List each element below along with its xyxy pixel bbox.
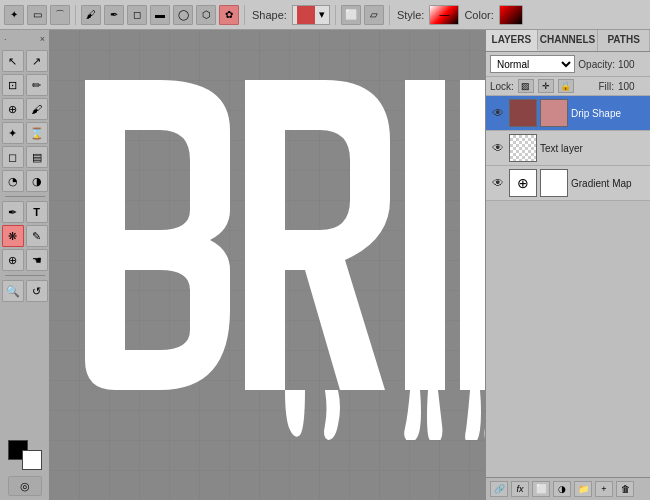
rotate-tool[interactable]: ↺ (26, 280, 48, 302)
fx-icon[interactable]: fx (511, 481, 529, 497)
eyedropper-tool[interactable]: ✏ (26, 74, 48, 96)
new-layer-icon[interactable]: + (595, 481, 613, 497)
tool-row-8: ❋ ✎ (2, 225, 48, 247)
stamp-icon[interactable]: ✒ (104, 5, 124, 25)
layer-thumb-text (509, 134, 537, 162)
sep4 (389, 5, 390, 25)
history-tool[interactable]: ⌛ (26, 122, 48, 144)
shape-dropdown[interactable]: ▾ (292, 5, 330, 25)
group-icon[interactable]: 📁 (574, 481, 592, 497)
delete-layer-icon[interactable]: 🗑 (616, 481, 634, 497)
hand-tool[interactable]: ☚ (26, 249, 48, 271)
blend-mode-select[interactable]: Normal (490, 55, 575, 73)
layer-row-text[interactable]: 👁 Text layer (486, 131, 650, 166)
layer-thumb-gradient-icon: ⊕ (509, 169, 537, 197)
mask-icon[interactable]: ⬜ (532, 481, 550, 497)
opacity-value: 100 (618, 59, 646, 70)
panel-bottom-bar: 🔗 fx ⬜ ◑ 📁 + 🗑 (486, 477, 650, 500)
top-toolbar: ✦ ▭ ⌒ 🖌 ✒ ◻ ▬ ◯ ⬡ ✿ Shape: ▾ ⬜ ▱ Style: … (0, 0, 650, 30)
shape-label: Shape: (252, 9, 287, 21)
link-icon[interactable]: 🔗 (490, 481, 508, 497)
toolbar-close[interactable]: × (40, 34, 45, 44)
tool-row-7: ✒ T (2, 201, 48, 223)
select-rect-icon[interactable]: ▭ (27, 5, 47, 25)
clone-tool[interactable]: ✦ (2, 122, 24, 144)
eye-icon-text[interactable]: 👁 (490, 140, 506, 156)
tool-row-3: ⊕ 🖌 (2, 98, 48, 120)
shape-tool-active[interactable]: ❋ (2, 225, 24, 247)
lasso-icon[interactable]: ⌒ (50, 5, 70, 25)
tool-row-5: ◻ ▤ (2, 146, 48, 168)
gradient-tool[interactable]: ▤ (26, 146, 48, 168)
text-thumb-content (510, 135, 536, 161)
lock-label: Lock: (490, 81, 514, 92)
style-label: Style: (397, 9, 425, 21)
shape-hex-icon[interactable]: ⬡ (196, 5, 216, 25)
sep3 (335, 5, 336, 25)
eraser-icon[interactable]: ◻ (127, 5, 147, 25)
eye-icon-gradient[interactable]: 👁 (490, 175, 506, 191)
tab-paths[interactable]: PATHS (598, 30, 650, 51)
lock-row: Lock: ▨ ✛ 🔒 Fill: 100 (486, 77, 650, 96)
shape-preview (297, 6, 315, 24)
zoom-in-tool[interactable]: 🔍 (2, 280, 24, 302)
tool-sep-2 (5, 275, 45, 276)
dodge-tool[interactable]: ◑ (26, 170, 48, 192)
color-preview[interactable] (499, 5, 523, 25)
direct-select-tool[interactable]: ↗ (26, 50, 48, 72)
lock-all-icon[interactable]: 🔒 (558, 79, 574, 93)
heal-tool[interactable]: ⊕ (2, 98, 24, 120)
background-color[interactable] (22, 450, 42, 470)
gradient-thumb-content (541, 170, 567, 196)
move-tool-icon[interactable]: ✦ (4, 5, 24, 25)
layer-mask-drip (540, 99, 568, 127)
tool-row-2: ⊡ ✏ (2, 74, 48, 96)
shape-ellipse-icon[interactable]: ◯ (173, 5, 193, 25)
tool-row-10: 🔍 ↺ (2, 280, 48, 302)
canvas-area (50, 30, 485, 500)
lock-pixels-icon[interactable]: ▨ (518, 79, 534, 93)
lock-position-icon[interactable]: ✛ (538, 79, 554, 93)
path-icon2[interactable]: ▱ (364, 5, 384, 25)
tab-channels[interactable]: CHANNELS (538, 30, 599, 51)
drip-shape-label: Drip Shape (571, 108, 646, 119)
eraser-tool[interactable]: ◻ (2, 146, 24, 168)
gradient-map-label: Gradient Map (571, 178, 646, 189)
quick-mask-icon[interactable]: ◎ (8, 476, 42, 496)
shape-rect-icon[interactable]: ▬ (150, 5, 170, 25)
adjustment-icon[interactable]: ◑ (553, 481, 571, 497)
tool-row-9: ⊕ ☚ (2, 249, 48, 271)
color-swatches (8, 440, 42, 470)
path-icon1[interactable]: ⬜ (341, 5, 361, 25)
crop-tool[interactable]: ⊡ (2, 74, 24, 96)
tool-row-1: ↖ ↗ (2, 50, 48, 72)
shape-custom-icon[interactable]: ✿ (219, 5, 239, 25)
blend-mode-row: Normal Opacity: 100 (486, 52, 650, 77)
text-layer-label: Text layer (540, 143, 646, 154)
sep2 (244, 5, 245, 25)
drip-canvas-svg (70, 50, 485, 440)
tool-sep-1 (5, 196, 45, 197)
drip-thumb-content (510, 100, 536, 126)
shape-dropdown-arrow: ▾ (319, 8, 325, 21)
layer-row-drip-shape[interactable]: 👁 Drip Shape (486, 96, 650, 131)
brush-icon[interactable]: 🖌 (81, 5, 101, 25)
notes-tool[interactable]: ✎ (26, 225, 48, 247)
color-label: Color: (464, 9, 493, 21)
left-toolbar: · × ↖ ↗ ⊡ ✏ ⊕ 🖌 ✦ ⌛ ◻ ▤ ◔ ◑ ✒ T (0, 30, 50, 500)
panel-tabs: LAYERS CHANNELS PATHS (486, 30, 650, 52)
tool-row-4: ✦ ⌛ (2, 122, 48, 144)
brush-tool[interactable]: 🖌 (26, 98, 48, 120)
type-tool[interactable]: T (26, 201, 48, 223)
tab-layers[interactable]: LAYERS (486, 30, 538, 51)
eye-icon-drip[interactable]: 👁 (490, 105, 506, 121)
layer-thumb-drip (509, 99, 537, 127)
style-preview[interactable]: — (429, 5, 459, 25)
tool-row-6: ◔ ◑ (2, 170, 48, 192)
layer-row-gradient[interactable]: 👁 ⊕ Gradient Map (486, 166, 650, 201)
blur-tool[interactable]: ◔ (2, 170, 24, 192)
selection-tool[interactable]: ↖ (2, 50, 24, 72)
zoom-tool[interactable]: ⊕ (2, 249, 24, 271)
fill-label: Fill: (598, 81, 614, 92)
pen-tool[interactable]: ✒ (2, 201, 24, 223)
